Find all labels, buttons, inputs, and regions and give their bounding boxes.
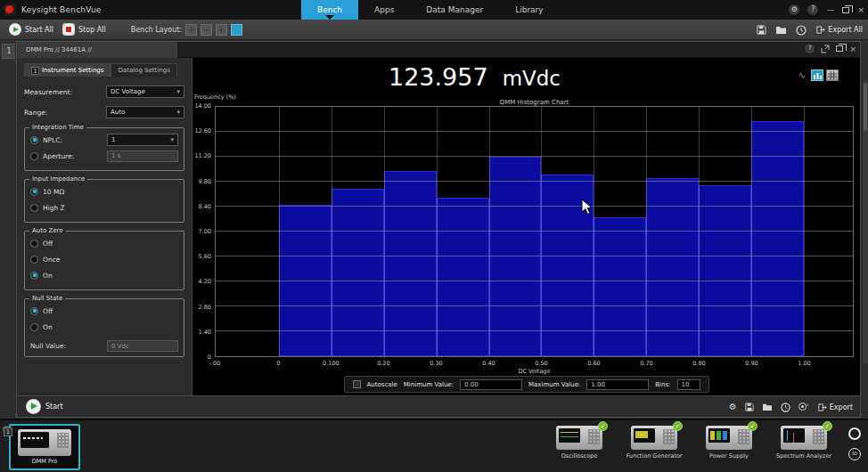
tab-apps[interactable]: Apps [358, 0, 410, 20]
app-title: Keysight BenchVue [21, 5, 102, 14]
open-folder-icon[interactable] [775, 25, 787, 35]
chart-view-icon[interactable] [811, 69, 823, 81]
scrollbar[interactable] [862, 81, 868, 363]
null-value-field[interactable]: 0 Vdc [107, 340, 178, 352]
open-folder-icon[interactable] [762, 403, 773, 411]
nplc-select[interactable]: 1 ▾ [107, 134, 178, 146]
x-tick-label: 0.70 [633, 360, 659, 367]
dock-item-dmm-selected[interactable]: 1 DMM Pro [9, 424, 80, 470]
dock-item-function-generator[interactable]: ✓ Function Generator [620, 426, 688, 460]
start-all-button[interactable]: Start All [9, 23, 53, 36]
max-value-field[interactable]: 1.00 [586, 379, 649, 390]
settings-gear-icon[interactable]: ⚙ [789, 4, 799, 15]
auto-zero-group: Auto Zero Off Once On [24, 231, 184, 290]
null-value-label: Null Value: [30, 342, 107, 350]
min-value-field[interactable]: 0.00 [460, 379, 522, 390]
start-button[interactable]: Start [26, 399, 63, 414]
bins-field[interactable]: 10 [677, 379, 700, 390]
save-icon[interactable] [745, 403, 754, 411]
dmm-window-tab[interactable]: DMM Pro // 34461A // [17, 42, 177, 58]
aperture-radio[interactable]: Aperture: 1 s [30, 150, 178, 162]
layout-rows-button[interactable] [201, 24, 212, 36]
tab-bench-label: Bench [317, 5, 342, 14]
restore-button[interactable] [842, 7, 849, 13]
stop-all-button[interactable]: Stop All [62, 23, 106, 36]
tab-datalog-settings[interactable]: Datalog Settings [111, 63, 176, 77]
tab-bench[interactable]: Bench [301, 0, 358, 20]
null-off-radio[interactable]: Off [30, 305, 178, 317]
integration-time-group: Integration Time NPLC: 1 ▾ Aperture: 1 s [24, 127, 184, 171]
export-all-button[interactable]: Export All [815, 25, 863, 35]
aperture-field[interactable]: 1 s [107, 151, 178, 162]
x-tick-label: 1.00 [791, 360, 818, 367]
layout-columns-button[interactable] [216, 24, 227, 36]
radio-label: On [43, 323, 53, 331]
tab-instrument-settings[interactable]: 1 Instrument Settings [24, 63, 111, 77]
window-help-icon[interactable]: ? [805, 44, 815, 53]
autoscale-checkbox[interactable] [352, 380, 360, 388]
dmm-count-badge: 1 [4, 427, 12, 436]
refresh-icon[interactable] [848, 427, 861, 440]
null-on-radio[interactable]: On [30, 321, 178, 333]
radio-icon [30, 136, 38, 144]
export-button[interactable]: Export [817, 403, 853, 412]
export-all-label: Export All [828, 26, 863, 34]
dock-item-spectrum-analyzer[interactable]: ✓ Spectrum Analyzer [770, 426, 838, 460]
impedance-10mohm-radio[interactable]: 10 MΩ [30, 185, 178, 198]
layout-single-button[interactable] [231, 24, 242, 36]
auto-zero-once-radio[interactable]: Once [30, 253, 178, 265]
dock-item-label: Oscilloscope [561, 452, 598, 460]
x-tick-label: 0.30 [422, 360, 449, 367]
table-view-icon[interactable] [826, 69, 839, 81]
radio-icon [30, 256, 38, 264]
bench-layout-label: Bench Layout: [131, 26, 182, 34]
radio-label: Off [43, 240, 53, 248]
history-clock-icon[interactable] [796, 25, 807, 36]
histogram-plot[interactable] [215, 106, 854, 357]
popout-icon[interactable] [821, 45, 830, 53]
tab-data-manager[interactable]: Data Manager [410, 0, 499, 20]
auto-zero-on-radio[interactable]: On [30, 269, 178, 281]
measurement-select[interactable]: DC Voltage ▾ [106, 85, 184, 98]
minimize-button[interactable]: — [826, 5, 834, 14]
x-tick-label: 0.20 [370, 360, 397, 367]
nplc-value: 1 [111, 136, 115, 143]
close-button[interactable]: × [857, 5, 864, 14]
histogram-chart: 123.957mVdc ∿ DMM Histogram Chart Freque… [192, 58, 860, 395]
io-libraries-icon[interactable]: IO [848, 448, 861, 460]
auto-zero-off-radio[interactable]: Off [30, 237, 178, 249]
impedance-highz-radio[interactable]: High Z [30, 201, 178, 214]
x-tick-label: 0.100 [317, 360, 344, 367]
play-icon [26, 399, 41, 414]
export-icon [815, 25, 825, 35]
dock-item-oscilloscope[interactable]: ✓ Oscilloscope [545, 426, 613, 460]
tab-apps-label: Apps [374, 5, 394, 14]
x-tick-label: 0.40 [475, 360, 502, 367]
autoscale-label: Autoscale [366, 381, 397, 388]
x-tick-label: -.00 [201, 360, 228, 367]
waveform-view-icon[interactable]: ∿ [796, 69, 808, 81]
layout-grid-button[interactable] [185, 24, 197, 36]
radio-label: High Z [43, 204, 65, 212]
timer-icon[interactable] [781, 403, 790, 412]
save-icon[interactable] [757, 25, 766, 35]
window-close-icon[interactable]: × [849, 45, 856, 53]
y-tick-label: 4.20 [199, 278, 211, 285]
histogram-bar [594, 217, 646, 356]
dock-item-power-supply[interactable]: ✓ Power Supply [695, 426, 763, 460]
instrument-side-tab[interactable]: 1 [2, 44, 15, 59]
main-nav: Bench Apps Data Manager Library [301, 0, 560, 20]
snapshot-icon[interactable]: ° [798, 403, 809, 412]
measurement-value: DC Voltage [111, 88, 145, 95]
help-icon[interactable]: ? [807, 4, 818, 15]
input-impedance-group: Input Impedance 10 MΩ High Z [24, 179, 184, 223]
tab-library[interactable]: Library [499, 0, 559, 20]
nplc-radio[interactable]: NPLC: 1 ▾ [30, 134, 178, 146]
bench-toolbar: Start All Stop All Bench Layout: Export … [0, 20, 868, 40]
max-value-label: Maximum Value: [528, 381, 580, 388]
chevron-down-icon: ▾ [170, 136, 174, 143]
radio-icon [30, 204, 38, 212]
range-select[interactable]: Auto ▾ [106, 106, 184, 118]
window-restore-icon[interactable] [836, 45, 843, 52]
chart-settings-gear-icon[interactable]: ⚙ [729, 403, 737, 411]
